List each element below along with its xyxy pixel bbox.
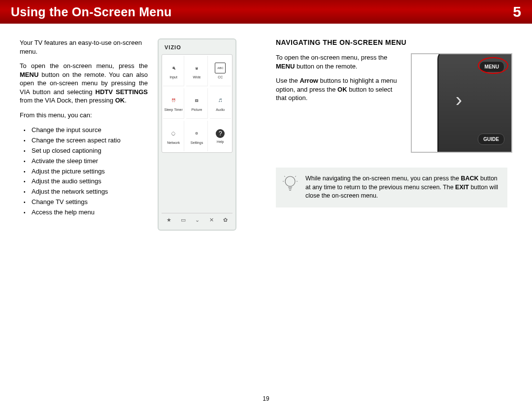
menu-cell-settings: ⚙Settings bbox=[186, 121, 207, 151]
cc-icon: ABC bbox=[215, 63, 226, 73]
lightbulb-icon bbox=[283, 174, 298, 194]
audio-icon: 🎵 bbox=[215, 95, 226, 106]
list-item: Change the input source bbox=[23, 125, 148, 136]
list-item: Adjust the audio settings bbox=[23, 176, 148, 187]
menu-cell-picture: 🖼Picture bbox=[186, 88, 207, 119]
settings-icon: ⚙ bbox=[191, 128, 202, 139]
list-item: Activate the sleep timer bbox=[23, 156, 148, 167]
remote-guide-button: GUIDE bbox=[478, 134, 504, 145]
list-item: Change TV settings bbox=[23, 197, 148, 207]
list-item: Access the help menu bbox=[23, 207, 148, 218]
capability-list: Change the input source Change the scree… bbox=[23, 125, 148, 217]
menu-cell-cc: ABCCC bbox=[210, 56, 231, 86]
list-item: Set up closed captioning bbox=[23, 146, 148, 156]
menu-button-highlight bbox=[478, 57, 508, 74]
menu-cell-wide: 🖥Wide bbox=[186, 56, 207, 86]
right-column: NAVIGATING THE ON-SCREEN MENU To open th… bbox=[276, 38, 512, 231]
section-heading: NAVIGATING THE ON-SCREEN MENU bbox=[276, 38, 512, 46]
chevron-down-icon: ⌄ bbox=[195, 217, 200, 223]
onscreen-menu-illustration: VIZIO 🔌Input 🖥Wide ABCCC ⏰Sleep Timer 🖼P… bbox=[158, 38, 236, 231]
page-number: 19 bbox=[263, 395, 269, 402]
menu-grid: 🔌Input 🖥Wide ABCCC ⏰Sleep Timer 🖼Picture… bbox=[162, 54, 233, 153]
help-icon: ? bbox=[216, 129, 225, 138]
nav-para-1: To open the on-screen menu, press the ME… bbox=[276, 53, 404, 70]
right-top-text: To open the on-screen menu, press the ME… bbox=[276, 53, 404, 108]
input-icon: 🔌 bbox=[168, 63, 179, 73]
rect-icon: ▭ bbox=[181, 217, 186, 223]
tip-callout: While navigating the on-screen menu, you… bbox=[276, 168, 507, 207]
picture-icon: 🖼 bbox=[191, 95, 202, 106]
chapter-header-bar: Using the On-Screen Menu 5 bbox=[0, 0, 532, 24]
chapter-title: Using the On-Screen Menu bbox=[11, 5, 172, 19]
left-column: Your TV features an easy-to-use on-scree… bbox=[20, 38, 256, 231]
svg-line-7 bbox=[295, 176, 296, 177]
close-icon: ✕ bbox=[209, 217, 214, 223]
network-icon: ◯ bbox=[168, 128, 179, 139]
star-icon: ★ bbox=[166, 217, 171, 223]
right-arrow-icon: › bbox=[456, 89, 462, 111]
gear-icon: ✿ bbox=[223, 217, 228, 223]
menu-cell-sleep: ⏰Sleep Timer bbox=[163, 88, 184, 119]
right-top-row: To open the on-screen menu, press the ME… bbox=[276, 53, 512, 153]
page-content: Your TV features an easy-to-use on-scree… bbox=[0, 24, 532, 231]
list-item: Change the screen aspect ratio bbox=[23, 136, 148, 146]
list-item: Adjust the network settings bbox=[23, 187, 148, 197]
remote-illustration: › MENU GUIDE bbox=[411, 53, 512, 153]
list-item: Adjust the picture settings bbox=[23, 167, 148, 177]
menu-cell-input: 🔌Input bbox=[163, 56, 184, 86]
menu-cell-help: ?Help bbox=[210, 121, 231, 151]
menu-cell-audio: 🎵Audio bbox=[210, 88, 231, 119]
vizio-logo: VIZIO bbox=[162, 42, 233, 54]
nav-para-2: Use the Arrow buttons to highlight a men… bbox=[276, 76, 404, 103]
open-menu-paragraph: To open the on-screen menu, press the ME… bbox=[20, 62, 148, 105]
left-text-block: Your TV features an easy-to-use on-scree… bbox=[20, 38, 148, 231]
wide-icon: 🖥 bbox=[191, 63, 202, 73]
sleep-timer-icon: ⏰ bbox=[168, 95, 179, 106]
menu-footer-icons: ★ ▭ ⌄ ✕ ✿ bbox=[162, 213, 233, 227]
svg-point-0 bbox=[285, 176, 295, 186]
svg-line-6 bbox=[284, 176, 285, 177]
menu-cell-network: ◯Network bbox=[163, 121, 184, 151]
from-this-menu: From this menu, you can: bbox=[20, 111, 148, 120]
chapter-number: 5 bbox=[513, 3, 521, 20]
intro-paragraph: Your TV features an easy-to-use on-scree… bbox=[20, 38, 148, 56]
